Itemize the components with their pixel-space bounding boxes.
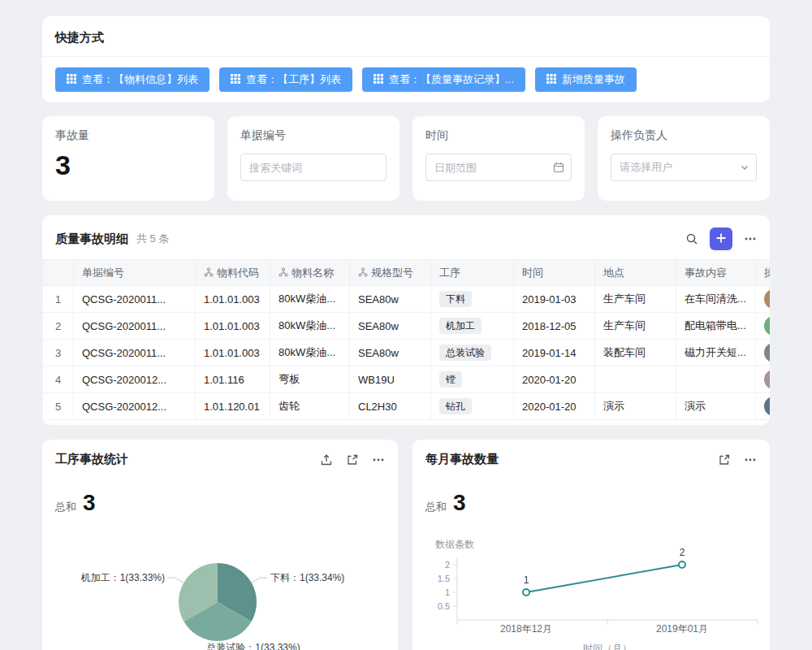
cell-time: 2019-01-14 <box>514 340 595 366</box>
process-stats-card: 工序事故统计 总和 3 机加工：1(3 <box>42 440 398 650</box>
cell-process: 总装试验 <box>431 340 514 366</box>
avatar <box>764 343 770 362</box>
operator-filter-card: 操作负责人 请选择用户 <box>598 116 770 201</box>
plus-icon <box>715 232 727 246</box>
table-row[interactable]: 5 QCSG-2020012... 1.01.120.01 齿轮 CL2H30 … <box>43 393 771 420</box>
add-record-button[interactable] <box>710 228 732 250</box>
data-point[interactable] <box>523 589 529 596</box>
accident-count-value: 3 <box>55 151 201 179</box>
detail-table: 单据编号 物料代码 物料名称 规格型号 工序 时间 地点 事故内容 操作负责人 … <box>42 259 770 420</box>
export-icon[interactable] <box>320 453 333 466</box>
col-process[interactable]: 工序 <box>431 260 514 286</box>
doc-no-filter-card: 单据编号 <box>227 116 400 201</box>
shortcuts-title: 快捷方式 <box>42 16 770 57</box>
table-row[interactable]: 4 QCSG-2020012... 1.01.116 弯板 WB19U 镗 20… <box>43 366 771 393</box>
cell-process: 钻孔 <box>431 393 514 420</box>
relation-icon <box>279 267 288 280</box>
cell-material-name: 80kW柴油... <box>270 313 350 340</box>
grid-icon <box>231 74 240 86</box>
avatar <box>764 316 770 336</box>
button-label: 查看：【质量事故记录】... <box>389 72 514 87</box>
table-row[interactable]: 3 QCSG-2020011... 1.01.01.003 80kW柴油... … <box>43 340 771 366</box>
pie-label-zongzhuangshiyan: 总装试验：1(33.33%) <box>205 642 300 650</box>
x-tick: 2019年01月 <box>656 623 708 635</box>
view-quality-records-button[interactable]: 查看：【质量事故记录】... <box>362 67 525 92</box>
search-icon[interactable] <box>685 232 698 245</box>
process-tag: 镗 <box>439 371 462 388</box>
data-point[interactable] <box>679 561 685 568</box>
cell-place: 装配车间 <box>595 340 676 366</box>
button-label: 新增质量事故 <box>562 72 625 87</box>
shortcuts-card: 快捷方式 查看：【物料信息】列表 查看：【工序】列表 查看：【质量事故记录】..… <box>42 16 770 102</box>
cell-place: 生产车间 <box>595 313 676 340</box>
line-series <box>526 565 682 592</box>
cell-content <box>676 366 756 393</box>
cell-material-code: 1.01.01.003 <box>196 286 270 313</box>
col-operator[interactable]: 操作负责人 <box>756 260 771 286</box>
x-axis-name: 时间（月） <box>583 643 632 650</box>
cell-time: 2018-12-05 <box>514 313 595 340</box>
cell-material-code: 1.01.01.003 <box>196 340 270 366</box>
cell-doc-no: QCSG-2020011... <box>74 313 196 340</box>
col-content[interactable]: 事故内容 <box>676 260 756 286</box>
cell-place: 演示 <box>595 393 676 420</box>
monthly-accidents-card: 每月事故数量 总和 3 数据条数 2 <box>412 440 770 650</box>
row-index: 2 <box>43 313 74 340</box>
doc-no-search-input[interactable] <box>240 154 387 181</box>
cell-time: 2020-01-20 <box>514 393 595 420</box>
cell-doc-no: QCSG-2020012... <box>74 366 196 393</box>
cell-content: 磁力开关短... <box>676 340 756 366</box>
table-header-row: 单据编号 物料代码 物料名称 规格型号 工序 时间 地点 事故内容 操作负责人 <box>43 260 771 286</box>
col-time[interactable]: 时间 <box>514 260 595 286</box>
y-axis-name: 数据条数 <box>435 539 474 550</box>
button-label: 查看：【物料信息】列表 <box>82 72 198 87</box>
view-material-list-button[interactable]: 查看：【物料信息】列表 <box>55 67 209 92</box>
col-spec[interactable]: 规格型号 <box>350 260 431 286</box>
col-place[interactable]: 地点 <box>595 260 676 286</box>
process-tag: 机加工 <box>439 318 482 334</box>
more-icon[interactable] <box>744 232 757 245</box>
button-label: 查看：【工序】列表 <box>246 72 341 87</box>
col-material-code[interactable]: 物料代码 <box>196 260 270 286</box>
cell-doc-no: QCSG-2020012... <box>74 393 196 420</box>
row-index: 3 <box>43 340 74 366</box>
pie-leader-right <box>252 578 267 583</box>
cell-process: 机加工 <box>431 313 514 340</box>
user-select[interactable]: 请选择用户 <box>611 154 757 181</box>
expand-icon[interactable] <box>718 453 731 466</box>
monthly-line-chart: 数据条数 2 1.5 1 0.5 1 2 2018年12月 2019年01月 时… <box>412 533 770 650</box>
cell-time: 2019-01-03 <box>514 286 595 313</box>
row-index: 4 <box>43 366 74 393</box>
cell-operator <box>756 393 771 420</box>
dashboard-page: 快捷方式 查看：【物料信息】列表 查看：【工序】列表 查看：【质量事故记录】..… <box>0 0 812 650</box>
pie-label-jijiagong: 机加工：1(33.33%) <box>80 572 165 583</box>
y-tick: 1.5 <box>438 574 450 583</box>
grid-icon <box>67 74 76 86</box>
col-material-name[interactable]: 物料名称 <box>270 260 350 286</box>
table-row[interactable]: 2 QCSG-2020011... 1.01.01.003 80kW柴油... … <box>43 313 771 340</box>
cell-operator <box>756 313 771 340</box>
cell-time: 2020-01-20 <box>514 366 595 393</box>
add-quality-accident-button[interactable]: 新增质量事故 <box>535 67 637 92</box>
more-icon[interactable] <box>744 453 757 466</box>
x-tick: 2018年12月 <box>500 623 552 635</box>
view-process-list-button[interactable]: 查看：【工序】列表 <box>219 67 352 92</box>
y-tick: 0.5 <box>438 601 450 611</box>
operator-label: 操作负责人 <box>611 128 757 143</box>
avatar <box>764 396 770 416</box>
cell-process: 下料 <box>431 286 514 313</box>
col-doc-no[interactable]: 单据编号 <box>74 260 196 286</box>
grid-icon <box>546 74 556 86</box>
expand-icon[interactable] <box>346 453 359 466</box>
cell-material-code: 1.01.116 <box>196 366 270 393</box>
quality-accident-detail-card: 质量事故明细 共 5 条 单据编号 <box>42 215 770 425</box>
date-range-input[interactable] <box>425 154 572 181</box>
more-icon[interactable] <box>372 453 385 466</box>
cell-operator <box>756 366 771 393</box>
shortcuts-row: 查看：【物料信息】列表 查看：【工序】列表 查看：【质量事故记录】... 新增质… <box>42 57 770 102</box>
total-value: 3 <box>453 492 466 514</box>
table-row[interactable]: 1 QCSG-2020011... 1.01.01.003 80kW柴油... … <box>43 286 771 313</box>
cell-material-code: 1.01.01.003 <box>196 313 270 340</box>
row-index: 1 <box>43 286 74 313</box>
process-stats-title: 工序事故统计 <box>55 452 128 467</box>
